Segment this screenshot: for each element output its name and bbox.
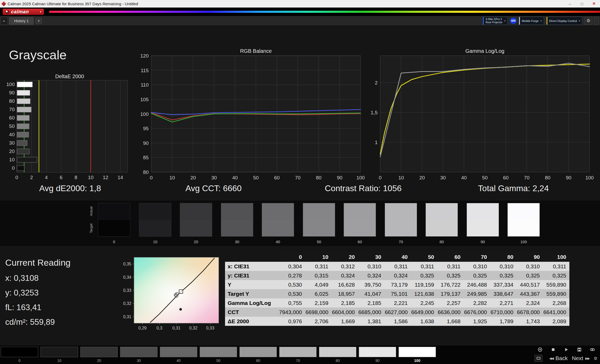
- svg-text:110: 110: [141, 82, 149, 88]
- patch-button[interactable]: [200, 347, 237, 357]
- pattern-window-button[interactable]: [535, 355, 542, 362]
- calman-logo-text: calman: [11, 9, 29, 15]
- swatch-actual-half: [344, 203, 376, 220]
- link-button[interactable]: [587, 346, 597, 353]
- patch-button[interactable]: [359, 347, 396, 357]
- table-corner: [225, 252, 279, 262]
- calman-menu-button[interactable]: calman ▾: [3, 9, 44, 15]
- minimize-button[interactable]: –: [564, 0, 576, 7]
- svg-text:0,33: 0,33: [206, 326, 214, 330]
- table-cell: 1,668: [437, 317, 464, 326]
- svg-text:20: 20: [419, 175, 425, 180]
- table-cell: 1,381: [358, 317, 384, 326]
- swatch-target-half: [180, 220, 212, 237]
- svg-text:0,3: 0,3: [156, 326, 162, 330]
- svg-text:0: 0: [379, 175, 382, 180]
- exposure-badge[interactable]: 600: [510, 18, 517, 24]
- pattern-bar: 0102030405060708090100 ◀◀ Back: [0, 345, 600, 364]
- play-button[interactable]: [561, 346, 571, 353]
- table-cell: 1,925: [464, 317, 490, 326]
- table-cell: 0,325: [464, 271, 490, 280]
- svg-text:20: 20: [190, 175, 196, 180]
- patch-button[interactable]: [80, 347, 118, 357]
- table-cell: 6627,000: [384, 308, 411, 317]
- device-controls: X-Rite i1Pro 3 Rear Projector ▾ 600 Mobi…: [483, 17, 599, 25]
- maximize-button[interactable]: □: [576, 0, 588, 7]
- table-row-label: CCT: [225, 308, 279, 317]
- grayscale-swatch: [344, 203, 376, 237]
- table-cell: 2,159: [305, 298, 332, 308]
- save-button[interactable]: [574, 346, 584, 353]
- patch-button[interactable]: [120, 347, 158, 357]
- table-cell: 6676,000: [464, 308, 490, 317]
- grayscale-swatch-strip: Actual Target 0102030405060708090100: [0, 200, 600, 247]
- table-row: ΔE 20000,9762,7061,6691,3811,5861,6381,6…: [225, 317, 569, 326]
- table-column-header: 10: [305, 252, 332, 262]
- table-cell: 2,282: [464, 298, 490, 308]
- svg-text:0,32: 0,32: [123, 301, 131, 306]
- tab-history-1[interactable]: History 1: [9, 17, 34, 25]
- patch-button[interactable]: [160, 347, 197, 357]
- table-cell: 41,047: [358, 289, 384, 298]
- meter-selector[interactable]: X-Rite i1Pro 3 Rear Projector ▾: [483, 17, 508, 25]
- chevron-down-icon: ▾: [579, 19, 580, 22]
- svg-text:120: 120: [140, 53, 149, 59]
- measure-button[interactable]: [535, 346, 545, 353]
- svg-text:50: 50: [482, 175, 487, 180]
- swatch-target-half: [98, 220, 130, 237]
- patch-level-label: 10: [41, 359, 78, 363]
- svg-text:70: 70: [9, 107, 15, 112]
- swatch-actual-half: [139, 203, 171, 220]
- svg-text:30: 30: [9, 140, 15, 146]
- svg-text:115: 115: [141, 68, 149, 73]
- table-cell: 16,628: [332, 280, 358, 289]
- source-accent: [519, 17, 520, 25]
- table-cell: 0,530: [279, 289, 305, 298]
- patch-button[interactable]: [41, 347, 78, 357]
- table-cell: 0,324: [332, 271, 358, 280]
- table-cell: 0,325: [490, 271, 517, 280]
- source-selector[interactable]: Mobile Forge ▾: [519, 17, 544, 25]
- reading-fl: fL: 163,41: [5, 303, 70, 317]
- sidebar-expand-button[interactable]: ▸: [1, 17, 8, 25]
- stop-button[interactable]: [548, 346, 558, 353]
- swatch-target-half: [221, 220, 253, 237]
- table-cell: 559,890: [543, 289, 569, 298]
- table-cell: 0,310: [464, 262, 490, 271]
- display-control-selector[interactable]: Direct Display Control ▾: [546, 17, 582, 25]
- table-row: CCT7943,0006698,0006604,0006685,0006627,…: [225, 308, 569, 317]
- patch-button[interactable]: [319, 347, 356, 357]
- table-cell: 0,311: [384, 262, 411, 271]
- svg-text:80: 80: [9, 98, 15, 104]
- settings-gear-button[interactable]: ⚙: [585, 17, 592, 25]
- table-cell: 246,488: [464, 280, 490, 289]
- svg-text:30: 30: [440, 175, 446, 180]
- measurement-table: 0102030405060708090100x: CIE310,3040,311…: [225, 252, 569, 326]
- transport-nav-row: ◀◀ Back Next ▶▶ ⚙: [511, 353, 597, 363]
- svg-text:20: 20: [9, 149, 15, 154]
- logo-bar: calman ▾: [0, 8, 600, 16]
- patch-button[interactable]: [239, 347, 277, 357]
- table-cell: 1,586: [384, 317, 411, 326]
- next-button[interactable]: Next ▶▶: [572, 355, 589, 361]
- patch-button[interactable]: [399, 347, 436, 357]
- swatch-target-half: [385, 220, 417, 237]
- table-cell: 0,312: [332, 262, 358, 271]
- svg-text:0: 0: [150, 175, 153, 180]
- collapsed-panel-button[interactable]: [595, 17, 599, 25]
- reading-x: x: 0,3108: [5, 274, 70, 288]
- svg-text:70: 70: [295, 175, 300, 180]
- swatch-level-label: 40: [262, 240, 294, 244]
- patch-level-label: 90: [359, 359, 396, 363]
- actual-row-label: Actual: [89, 203, 93, 220]
- svg-text:0,31: 0,31: [123, 315, 131, 319]
- swatch-level-label: 80: [425, 240, 458, 244]
- close-button[interactable]: ✕: [588, 0, 600, 7]
- table-cell: 338,647: [490, 289, 517, 298]
- back-button[interactable]: ◀◀ Back: [549, 355, 568, 361]
- add-tab-button[interactable]: +: [36, 18, 42, 24]
- swatch-level-label: 10: [139, 240, 171, 244]
- patch-button[interactable]: [1, 347, 38, 357]
- pattern-settings-icon[interactable]: ⚙: [594, 356, 597, 361]
- patch-button[interactable]: [279, 347, 317, 357]
